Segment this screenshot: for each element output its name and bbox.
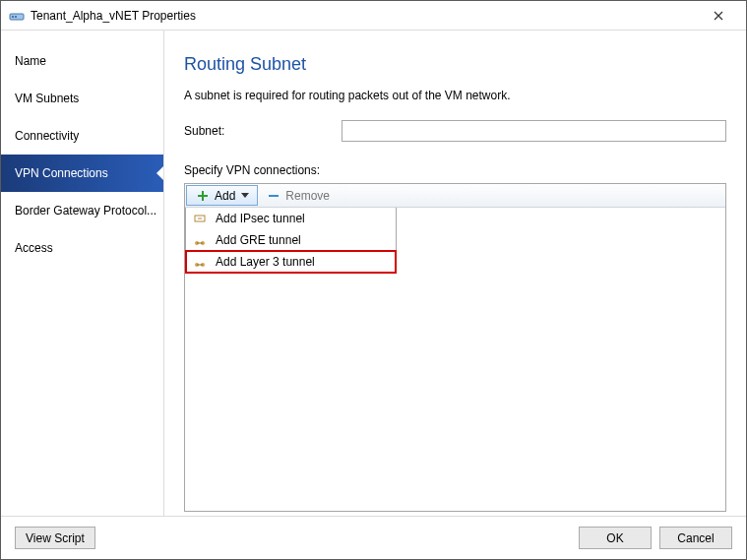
add-button-label: Add — [215, 189, 235, 203]
sidebar-item-label: Border Gateway Protocol... — [15, 204, 156, 218]
minus-icon — [266, 188, 281, 204]
plus-icon — [195, 188, 211, 204]
sidebar-item-label: Access — [15, 241, 53, 255]
close-button[interactable] — [699, 2, 738, 30]
cancel-button[interactable]: Cancel — [659, 527, 732, 549]
footer: View Script OK Cancel — [1, 516, 746, 559]
chevron-down-icon — [241, 193, 249, 198]
subnet-row: Subnet: — [184, 120, 726, 142]
ok-button[interactable]: OK — [579, 527, 652, 549]
svg-rect-1 — [12, 16, 14, 18]
vpn-connections-panel: Add Remove — [184, 183, 726, 512]
sidebar-item-connectivity[interactable]: Connectivity — [1, 117, 163, 155]
window-title: Tenant_Alpha_vNET Properties — [31, 9, 699, 23]
sidebar-item-vpn-connections[interactable]: VPN Connections — [1, 155, 163, 192]
tunnel-icon — [192, 232, 208, 248]
sidebar-item-name[interactable]: Name — [1, 42, 163, 80]
vpn-connections-label: Specify VPN connections: — [184, 163, 726, 177]
sidebar-item-label: Connectivity — [15, 129, 79, 143]
sidebar-item-label: VM Subnets — [15, 92, 79, 105]
app-icon — [9, 8, 25, 24]
sidebar-item-label: Name — [15, 54, 46, 68]
svg-rect-5 — [269, 195, 279, 197]
add-menu-item-layer3[interactable]: Add Layer 3 tunnel — [186, 251, 396, 273]
svg-rect-4 — [198, 195, 208, 197]
tunnel-icon — [192, 211, 208, 226]
add-menu: Add IPsec tunnel Add GRE tunnel — [185, 208, 397, 274]
add-menu-item-gre[interactable]: Add GRE tunnel — [186, 229, 396, 251]
add-menu-item-label: Add Layer 3 tunnel — [216, 255, 315, 269]
remove-button[interactable]: Remove — [258, 184, 338, 207]
page-description: A subnet is required for routing packets… — [184, 89, 726, 102]
vpn-toolbar: Add Remove — [185, 184, 725, 208]
remove-button-label: Remove — [285, 189, 330, 203]
tunnel-icon — [192, 254, 208, 270]
vpn-connections-list — [185, 274, 725, 511]
sidebar: Name VM Subnets Connectivity VPN Connect… — [1, 31, 164, 516]
sidebar-item-label: VPN Connections — [15, 166, 108, 180]
sidebar-item-vm-subnets[interactable]: VM Subnets — [1, 80, 163, 117]
add-menu-item-label: Add IPsec tunnel — [216, 212, 305, 225]
svg-rect-2 — [15, 16, 17, 18]
client-area: Name VM Subnets Connectivity VPN Connect… — [1, 31, 746, 516]
sidebar-item-bgp[interactable]: Border Gateway Protocol... — [1, 192, 163, 229]
add-menu-item-ipsec[interactable]: Add IPsec tunnel — [186, 208, 396, 229]
add-button[interactable]: Add — [186, 185, 258, 206]
content-pane: Routing Subnet A subnet is required for … — [164, 31, 746, 516]
subnet-label: Subnet: — [184, 124, 342, 138]
view-script-button[interactable]: View Script — [15, 527, 95, 549]
sidebar-item-access[interactable]: Access — [1, 229, 163, 267]
add-menu-item-label: Add GRE tunnel — [216, 233, 301, 247]
page-title: Routing Subnet — [184, 54, 726, 75]
title-bar: Tenant_Alpha_vNET Properties — [1, 1, 746, 31]
subnet-input[interactable] — [342, 120, 726, 142]
